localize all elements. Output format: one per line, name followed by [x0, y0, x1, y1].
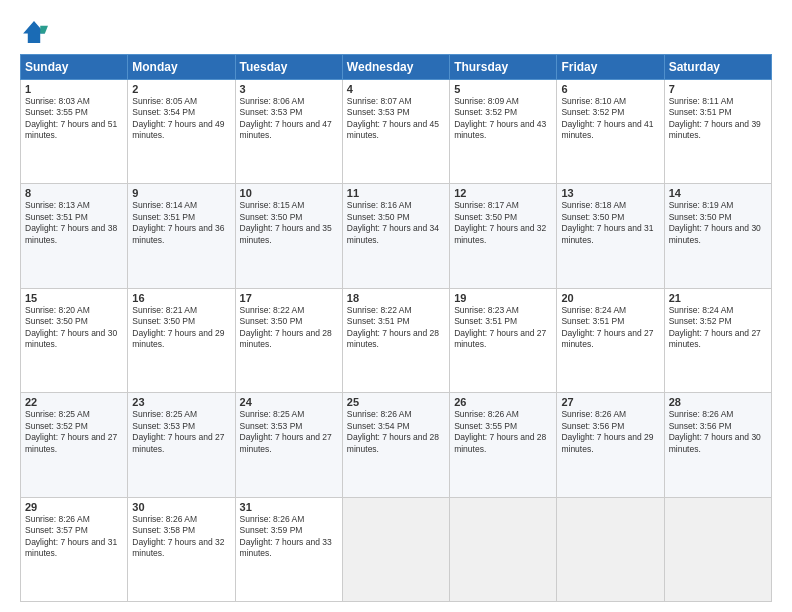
day-number: 18 — [347, 292, 445, 304]
day-number: 27 — [561, 396, 659, 408]
day-number: 13 — [561, 187, 659, 199]
calendar-day-cell: 9Sunrise: 8:14 AMSunset: 3:51 PMDaylight… — [128, 184, 235, 288]
header — [20, 18, 772, 46]
weekday-header: Tuesday — [235, 55, 342, 80]
calendar-week-row: 8Sunrise: 8:13 AMSunset: 3:51 PMDaylight… — [21, 184, 772, 288]
calendar-day-cell — [664, 497, 771, 601]
day-info: Sunrise: 8:26 AMSunset: 3:56 PMDaylight:… — [669, 409, 767, 455]
day-number: 21 — [669, 292, 767, 304]
calendar-day-cell: 13Sunrise: 8:18 AMSunset: 3:50 PMDayligh… — [557, 184, 664, 288]
calendar-day-cell — [342, 497, 449, 601]
calendar-day-cell: 5Sunrise: 8:09 AMSunset: 3:52 PMDaylight… — [450, 80, 557, 184]
day-number: 14 — [669, 187, 767, 199]
calendar-day-cell: 7Sunrise: 8:11 AMSunset: 3:51 PMDaylight… — [664, 80, 771, 184]
page: SundayMondayTuesdayWednesdayThursdayFrid… — [0, 0, 792, 612]
day-info: Sunrise: 8:23 AMSunset: 3:51 PMDaylight:… — [454, 305, 552, 351]
day-info: Sunrise: 8:15 AMSunset: 3:50 PMDaylight:… — [240, 200, 338, 246]
day-info: Sunrise: 8:26 AMSunset: 3:55 PMDaylight:… — [454, 409, 552, 455]
calendar-day-cell: 23Sunrise: 8:25 AMSunset: 3:53 PMDayligh… — [128, 393, 235, 497]
day-number: 10 — [240, 187, 338, 199]
day-info: Sunrise: 8:16 AMSunset: 3:50 PMDaylight:… — [347, 200, 445, 246]
weekday-header: Saturday — [664, 55, 771, 80]
day-number: 31 — [240, 501, 338, 513]
day-info: Sunrise: 8:25 AMSunset: 3:53 PMDaylight:… — [132, 409, 230, 455]
logo — [20, 18, 52, 46]
day-info: Sunrise: 8:25 AMSunset: 3:52 PMDaylight:… — [25, 409, 123, 455]
day-number: 15 — [25, 292, 123, 304]
calendar-day-cell: 17Sunrise: 8:22 AMSunset: 3:50 PMDayligh… — [235, 288, 342, 392]
day-info: Sunrise: 8:18 AMSunset: 3:50 PMDaylight:… — [561, 200, 659, 246]
day-info: Sunrise: 8:05 AMSunset: 3:54 PMDaylight:… — [132, 96, 230, 142]
day-info: Sunrise: 8:21 AMSunset: 3:50 PMDaylight:… — [132, 305, 230, 351]
calendar-day-cell: 8Sunrise: 8:13 AMSunset: 3:51 PMDaylight… — [21, 184, 128, 288]
calendar-day-cell: 21Sunrise: 8:24 AMSunset: 3:52 PMDayligh… — [664, 288, 771, 392]
calendar-day-cell: 6Sunrise: 8:10 AMSunset: 3:52 PMDaylight… — [557, 80, 664, 184]
calendar-day-cell: 10Sunrise: 8:15 AMSunset: 3:50 PMDayligh… — [235, 184, 342, 288]
day-info: Sunrise: 8:26 AMSunset: 3:58 PMDaylight:… — [132, 514, 230, 560]
calendar-day-cell: 30Sunrise: 8:26 AMSunset: 3:58 PMDayligh… — [128, 497, 235, 601]
day-number: 5 — [454, 83, 552, 95]
day-info: Sunrise: 8:19 AMSunset: 3:50 PMDaylight:… — [669, 200, 767, 246]
day-number: 25 — [347, 396, 445, 408]
logo-icon — [20, 18, 48, 46]
calendar-day-cell: 20Sunrise: 8:24 AMSunset: 3:51 PMDayligh… — [557, 288, 664, 392]
calendar-day-cell: 4Sunrise: 8:07 AMSunset: 3:53 PMDaylight… — [342, 80, 449, 184]
day-number: 29 — [25, 501, 123, 513]
day-number: 20 — [561, 292, 659, 304]
day-info: Sunrise: 8:03 AMSunset: 3:55 PMDaylight:… — [25, 96, 123, 142]
calendar-week-row: 29Sunrise: 8:26 AMSunset: 3:57 PMDayligh… — [21, 497, 772, 601]
calendar-day-cell: 26Sunrise: 8:26 AMSunset: 3:55 PMDayligh… — [450, 393, 557, 497]
day-number: 2 — [132, 83, 230, 95]
day-info: Sunrise: 8:22 AMSunset: 3:51 PMDaylight:… — [347, 305, 445, 351]
day-info: Sunrise: 8:17 AMSunset: 3:50 PMDaylight:… — [454, 200, 552, 246]
calendar-day-cell: 12Sunrise: 8:17 AMSunset: 3:50 PMDayligh… — [450, 184, 557, 288]
day-info: Sunrise: 8:24 AMSunset: 3:51 PMDaylight:… — [561, 305, 659, 351]
day-info: Sunrise: 8:10 AMSunset: 3:52 PMDaylight:… — [561, 96, 659, 142]
day-number: 17 — [240, 292, 338, 304]
weekday-header-row: SundayMondayTuesdayWednesdayThursdayFrid… — [21, 55, 772, 80]
day-info: Sunrise: 8:20 AMSunset: 3:50 PMDaylight:… — [25, 305, 123, 351]
calendar-week-row: 15Sunrise: 8:20 AMSunset: 3:50 PMDayligh… — [21, 288, 772, 392]
day-info: Sunrise: 8:09 AMSunset: 3:52 PMDaylight:… — [454, 96, 552, 142]
day-info: Sunrise: 8:26 AMSunset: 3:59 PMDaylight:… — [240, 514, 338, 560]
weekday-header: Monday — [128, 55, 235, 80]
weekday-header: Sunday — [21, 55, 128, 80]
calendar-day-cell: 25Sunrise: 8:26 AMSunset: 3:54 PMDayligh… — [342, 393, 449, 497]
day-info: Sunrise: 8:26 AMSunset: 3:57 PMDaylight:… — [25, 514, 123, 560]
calendar-day-cell: 14Sunrise: 8:19 AMSunset: 3:50 PMDayligh… — [664, 184, 771, 288]
calendar-day-cell: 18Sunrise: 8:22 AMSunset: 3:51 PMDayligh… — [342, 288, 449, 392]
calendar-day-cell: 15Sunrise: 8:20 AMSunset: 3:50 PMDayligh… — [21, 288, 128, 392]
day-info: Sunrise: 8:24 AMSunset: 3:52 PMDaylight:… — [669, 305, 767, 351]
day-info: Sunrise: 8:07 AMSunset: 3:53 PMDaylight:… — [347, 96, 445, 142]
calendar-day-cell: 2Sunrise: 8:05 AMSunset: 3:54 PMDaylight… — [128, 80, 235, 184]
day-info: Sunrise: 8:13 AMSunset: 3:51 PMDaylight:… — [25, 200, 123, 246]
day-number: 19 — [454, 292, 552, 304]
calendar-day-cell — [557, 497, 664, 601]
day-number: 24 — [240, 396, 338, 408]
calendar-week-row: 1Sunrise: 8:03 AMSunset: 3:55 PMDaylight… — [21, 80, 772, 184]
day-info: Sunrise: 8:14 AMSunset: 3:51 PMDaylight:… — [132, 200, 230, 246]
day-number: 11 — [347, 187, 445, 199]
day-number: 28 — [669, 396, 767, 408]
calendar-day-cell: 3Sunrise: 8:06 AMSunset: 3:53 PMDaylight… — [235, 80, 342, 184]
svg-marker-1 — [40, 26, 48, 34]
calendar-day-cell: 11Sunrise: 8:16 AMSunset: 3:50 PMDayligh… — [342, 184, 449, 288]
day-info: Sunrise: 8:06 AMSunset: 3:53 PMDaylight:… — [240, 96, 338, 142]
calendar-day-cell: 28Sunrise: 8:26 AMSunset: 3:56 PMDayligh… — [664, 393, 771, 497]
day-number: 3 — [240, 83, 338, 95]
day-number: 26 — [454, 396, 552, 408]
day-number: 8 — [25, 187, 123, 199]
day-number: 12 — [454, 187, 552, 199]
weekday-header: Thursday — [450, 55, 557, 80]
calendar-day-cell: 16Sunrise: 8:21 AMSunset: 3:50 PMDayligh… — [128, 288, 235, 392]
calendar-day-cell: 24Sunrise: 8:25 AMSunset: 3:53 PMDayligh… — [235, 393, 342, 497]
calendar-day-cell: 1Sunrise: 8:03 AMSunset: 3:55 PMDaylight… — [21, 80, 128, 184]
day-info: Sunrise: 8:11 AMSunset: 3:51 PMDaylight:… — [669, 96, 767, 142]
day-number: 30 — [132, 501, 230, 513]
calendar-day-cell: 19Sunrise: 8:23 AMSunset: 3:51 PMDayligh… — [450, 288, 557, 392]
weekday-header: Friday — [557, 55, 664, 80]
calendar-day-cell — [450, 497, 557, 601]
day-info: Sunrise: 8:26 AMSunset: 3:54 PMDaylight:… — [347, 409, 445, 455]
calendar-day-cell: 27Sunrise: 8:26 AMSunset: 3:56 PMDayligh… — [557, 393, 664, 497]
day-number: 9 — [132, 187, 230, 199]
